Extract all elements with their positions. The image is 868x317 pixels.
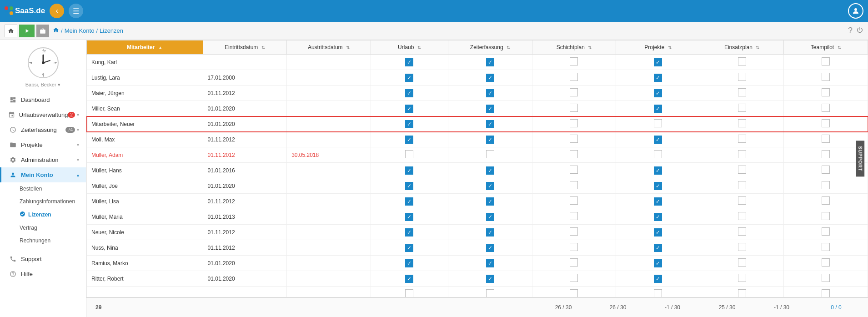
checkbox-checked[interactable]: ✓ <box>486 120 494 128</box>
checkbox-checked[interactable]: ✓ <box>486 58 494 66</box>
checkbox-checked[interactable]: ✓ <box>405 120 413 128</box>
cell-schichtplan[interactable] <box>532 101 616 116</box>
checkbox-checked[interactable]: ✓ <box>486 166 494 175</box>
cell-projekte[interactable] <box>616 147 700 163</box>
checkbox-checked[interactable]: ✓ <box>486 197 494 206</box>
cell-schichtplan[interactable] <box>532 194 616 209</box>
col-schichtplan[interactable]: Schichtplan ⇅ <box>532 40 616 55</box>
cell-urlaub[interactable]: ✓ <box>371 55 448 70</box>
cell-teampilot[interactable] <box>784 86 868 101</box>
cell-urlaub[interactable] <box>371 147 448 163</box>
checkbox-unchecked[interactable] <box>738 57 746 65</box>
checkbox-checked[interactable]: ✓ <box>486 136 494 144</box>
cell-urlaub[interactable]: ✓ <box>371 194 448 209</box>
checkbox-checked[interactable]: ✓ <box>405 228 413 236</box>
sidebar-item-hilfe[interactable]: Hilfe <box>0 267 86 282</box>
col-eintrittsdatum[interactable]: Eintrittsdatum ⇅ <box>203 40 287 55</box>
checkbox-checked[interactable]: ✓ <box>486 213 494 221</box>
cell-projekte[interactable]: ✓ <box>616 70 700 86</box>
cell-teampilot[interactable] <box>784 55 868 70</box>
cell-einsatzplan[interactable] <box>700 271 784 287</box>
sidebar-subitem-zahlungsinformationen[interactable]: Zahlungsinformationen <box>0 195 86 208</box>
cell-projekte[interactable]: ✓ <box>616 178 700 194</box>
cell-teampilot[interactable] <box>784 147 868 163</box>
cell-teampilot[interactable] <box>784 132 868 147</box>
support-tab[interactable]: SUPPORT <box>856 141 864 176</box>
checkbox-unchecked[interactable] <box>822 150 830 158</box>
cell-einsatzplan[interactable] <box>700 101 784 116</box>
checkbox-unchecked[interactable] <box>570 243 578 251</box>
cell-projekte[interactable]: ✓ <box>616 86 700 101</box>
cell-zeiterfassung[interactable]: ✓ <box>448 55 532 70</box>
cell-projekte[interactable]: ✓ <box>616 132 700 147</box>
checkbox-unchecked[interactable] <box>738 212 746 220</box>
user-button[interactable] <box>848 3 863 19</box>
home-button[interactable] <box>5 25 17 37</box>
table-wrapper[interactable]: Mitarbeiter ▲ Eintrittsdatum ⇅ Austritts… <box>86 40 868 297</box>
cell-projekte[interactable]: ✓ <box>616 240 700 256</box>
checkbox-empty[interactable] <box>570 289 578 297</box>
checkbox-unchecked[interactable] <box>822 104 830 112</box>
cell-einsatzplan[interactable] <box>700 256 784 271</box>
cell-schichtplan[interactable] <box>532 116 616 132</box>
col-teampilot[interactable]: Teampilot ⇅ <box>784 40 868 55</box>
cell-projekte[interactable] <box>616 116 700 132</box>
checkbox-empty[interactable] <box>654 289 662 297</box>
checkbox-unchecked[interactable] <box>822 227 830 236</box>
cell-projekte[interactable]: ✓ <box>616 225 700 240</box>
checkbox-unchecked[interactable] <box>654 119 662 127</box>
cell-teampilot[interactable] <box>784 256 868 271</box>
table-row[interactable]: Miller, Sean01.01.2020✓✓✓ <box>87 101 868 116</box>
cell-zeiterfassung[interactable]: ✓ <box>448 240 532 256</box>
table-row[interactable]: Müller, Hans01.01.2016✓✓✓ <box>87 163 868 178</box>
cell-schichtplan[interactable] <box>532 271 616 287</box>
cell-schichtplan[interactable] <box>532 225 616 240</box>
cell-projekte[interactable]: ✓ <box>616 271 700 287</box>
table-row[interactable]: Lustig, Lara17.01.2000✓✓✓ <box>87 70 868 86</box>
cell-zeiterfassung[interactable] <box>448 147 532 163</box>
table-row[interactable]: Ramius, Marko01.01.2020✓✓✓ <box>87 256 868 271</box>
help-button[interactable]: ? <box>848 26 853 35</box>
power-button[interactable] <box>856 26 863 35</box>
checkbox-unchecked[interactable] <box>738 181 746 189</box>
checkbox-checked[interactable]: ✓ <box>486 89 494 97</box>
cell-zeiterfassung[interactable]: ✓ <box>448 256 532 271</box>
table-row[interactable]: Müller, Maria01.01.2013✓✓✓ <box>87 209 868 225</box>
cell-schichtplan[interactable] <box>532 178 616 194</box>
checkbox-checked[interactable]: ✓ <box>405 213 413 221</box>
checkbox-unchecked[interactable] <box>822 119 830 127</box>
checkbox-checked[interactable]: ✓ <box>654 74 662 82</box>
cell-urlaub[interactable]: ✓ <box>371 101 448 116</box>
checkbox-checked[interactable]: ✓ <box>486 74 494 82</box>
checkbox-checked[interactable]: ✓ <box>405 105 413 113</box>
cell-schichtplan[interactable] <box>532 256 616 271</box>
checkbox-checked[interactable]: ✓ <box>405 58 413 66</box>
checkbox-unchecked[interactable] <box>738 166 746 174</box>
checkbox-unchecked[interactable] <box>654 150 662 158</box>
cell-teampilot[interactable] <box>784 225 868 240</box>
checkbox-unchecked[interactable] <box>570 88 578 96</box>
checkbox-unchecked[interactable] <box>738 258 746 267</box>
checkbox-checked[interactable]: ✓ <box>654 182 662 190</box>
checkbox-unchecked[interactable] <box>570 181 578 189</box>
cell-urlaub[interactable]: ✓ <box>371 132 448 147</box>
checkbox-checked[interactable]: ✓ <box>405 244 413 252</box>
checkbox-unchecked[interactable] <box>822 135 830 143</box>
cell-zeiterfassung[interactable]: ✓ <box>448 178 532 194</box>
cell-zeiterfassung[interactable]: ✓ <box>448 132 532 147</box>
cell-urlaub[interactable]: ✓ <box>371 209 448 225</box>
table-row[interactable]: Neuer, Nicole01.11.2012✓✓✓ <box>87 225 868 240</box>
cell-einsatzplan[interactable] <box>700 70 784 86</box>
cell-einsatzplan[interactable] <box>700 194 784 209</box>
cell-teampilot[interactable] <box>784 194 868 209</box>
cell-teampilot[interactable] <box>784 116 868 132</box>
checkbox-checked[interactable]: ✓ <box>486 275 494 283</box>
cell-projekte[interactable]: ✓ <box>616 55 700 70</box>
checkbox-unchecked[interactable] <box>738 88 746 96</box>
checkbox-unchecked[interactable] <box>738 196 746 205</box>
checkbox-unchecked[interactable] <box>822 274 830 282</box>
checkbox-checked[interactable]: ✓ <box>405 182 413 190</box>
checkbox-checked[interactable]: ✓ <box>405 166 413 175</box>
checkbox-unchecked[interactable] <box>570 227 578 236</box>
checkbox-unchecked[interactable] <box>738 150 746 158</box>
